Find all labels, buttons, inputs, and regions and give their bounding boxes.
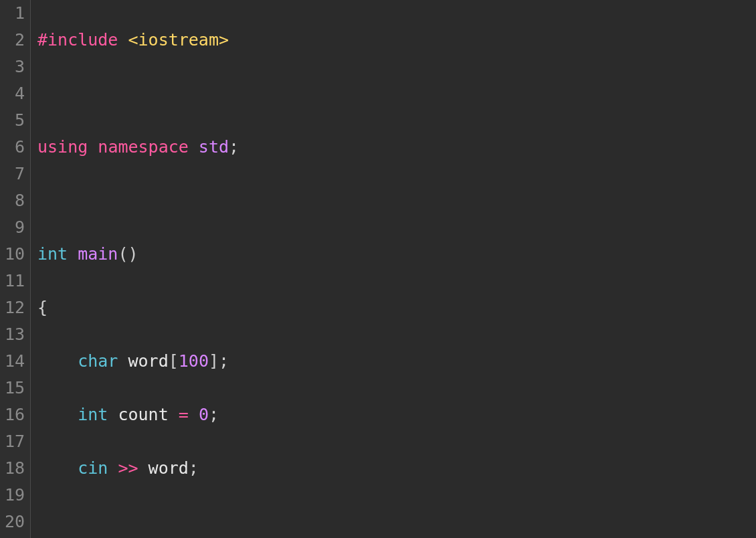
paren-token: (): [118, 244, 138, 264]
line-number: 6: [3, 134, 25, 161]
line-number: 20: [3, 509, 25, 535]
punct-token: ;: [219, 351, 229, 371]
code-line[interactable]: cin >> word;: [37, 455, 591, 482]
stream-token: cin: [78, 458, 108, 478]
code-line[interactable]: {: [37, 294, 591, 321]
punct-token: ;: [189, 458, 199, 478]
line-number: 13: [3, 321, 25, 348]
code-line[interactable]: using namespace std;: [37, 134, 591, 161]
keyword-token: using: [37, 137, 88, 157]
operator-token: =: [179, 405, 189, 424]
line-number: 19: [3, 482, 25, 509]
line-number: 4: [3, 80, 25, 107]
identifier-token: word: [128, 351, 169, 371]
line-number-gutter: 1 2 3 4 5 6 7 8 9 10 11 12 13 14 15 16 1…: [0, 0, 31, 538]
type-token: char: [78, 351, 118, 371]
line-number: 10: [3, 241, 25, 268]
identifier-token: std: [199, 137, 229, 157]
code-line[interactable]: #include <iostream>: [37, 27, 591, 54]
type-token: int: [37, 244, 68, 264]
identifier-token: word: [149, 458, 189, 478]
line-number: 9: [3, 214, 25, 241]
number-token: 0: [199, 405, 209, 424]
code-line[interactable]: [37, 509, 591, 535]
code-line[interactable]: char word[100];: [37, 348, 591, 375]
line-number: 2: [3, 27, 25, 54]
include-target-token: <iostream>: [128, 30, 229, 50]
code-line[interactable]: int count = 0;: [37, 401, 591, 428]
line-number: 1: [3, 0, 25, 27]
bracket-token: [: [169, 351, 179, 371]
code-area[interactable]: #include <iostream> using namespace std;…: [31, 0, 591, 538]
punct-token: ;: [209, 405, 219, 424]
line-number: 15: [3, 375, 25, 401]
line-number: 17: [3, 428, 25, 455]
line-number: 12: [3, 294, 25, 321]
line-number: 14: [3, 348, 25, 375]
function-name-token: main: [78, 244, 118, 264]
line-number: 5: [3, 107, 25, 134]
line-number: 11: [3, 268, 25, 294]
line-number: 18: [3, 455, 25, 482]
bracket-token: ]: [209, 351, 219, 371]
brace-token: {: [37, 298, 48, 317]
code-line[interactable]: [37, 80, 591, 107]
line-number: 8: [3, 187, 25, 214]
keyword-token: namespace: [98, 137, 188, 157]
line-number: 7: [3, 161, 25, 187]
punct-token: ;: [229, 137, 239, 157]
identifier-token: count: [118, 405, 168, 424]
type-token: int: [78, 405, 108, 424]
preprocessor-token: #include: [37, 30, 118, 50]
number-token: 100: [179, 351, 209, 371]
line-number: 16: [3, 401, 25, 428]
code-editor[interactable]: 1 2 3 4 5 6 7 8 9 10 11 12 13 14 15 16 1…: [0, 0, 756, 538]
line-number: 3: [3, 54, 25, 80]
code-line[interactable]: [37, 187, 591, 214]
operator-token: >>: [118, 458, 138, 478]
code-line[interactable]: int main(): [37, 241, 591, 268]
